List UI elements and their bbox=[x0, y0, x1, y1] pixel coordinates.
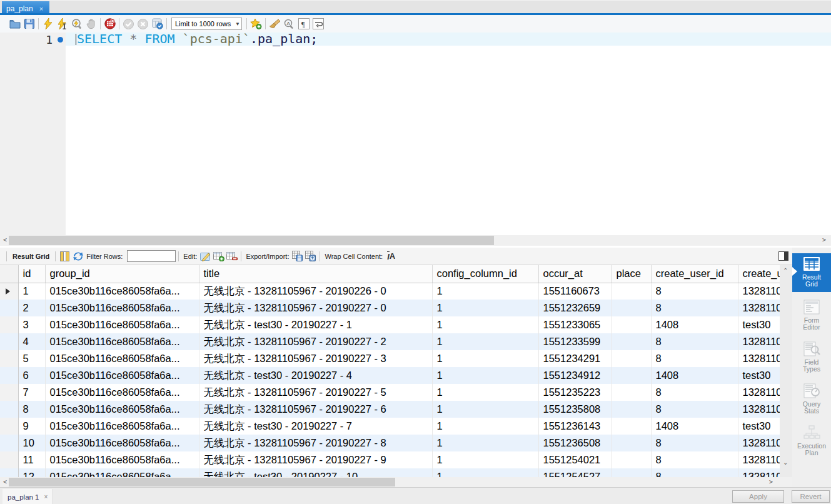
cell-title[interactable]: 无线北京 - 13281105967 - 20190227 - 5 bbox=[199, 384, 432, 401]
grid-scroll-right-icon[interactable]: > bbox=[769, 478, 773, 485]
row-gutter[interactable] bbox=[0, 283, 18, 300]
cell-occur_at[interactable]: 1551235808 bbox=[538, 401, 612, 418]
cell-config_column_id[interactable]: 1 bbox=[432, 401, 538, 418]
column-header-id[interactable]: id bbox=[18, 265, 45, 283]
cell-place[interactable] bbox=[612, 384, 651, 401]
table-row[interactable]: 10015ce30b116ce86058fa6a...无线北京 - 132811… bbox=[0, 435, 780, 451]
beautify-icon[interactable] bbox=[268, 16, 282, 31]
table-row[interactable]: 7015ce30b116ce86058fa6a...无线北京 - 1328110… bbox=[0, 384, 780, 401]
import-icon[interactable] bbox=[304, 249, 317, 263]
find-icon[interactable]: A bbox=[282, 16, 296, 31]
sidebar-item-form-editor[interactable]: FormEditor bbox=[792, 292, 831, 334]
cell-config_column_id[interactable]: 1 bbox=[432, 350, 538, 367]
cell-place[interactable] bbox=[612, 333, 651, 350]
cell-title[interactable]: 无线北京 - 13281105967 - 20190227 - 0 bbox=[199, 300, 432, 316]
cell-create_user[interactable]: test30 bbox=[738, 367, 780, 384]
export-icon[interactable] bbox=[291, 249, 304, 263]
result-tab-pa-plan-1[interactable]: pa_plan 1 × bbox=[3, 489, 53, 504]
cell-create_user_id[interactable]: 8 bbox=[651, 384, 738, 401]
row-gutter[interactable] bbox=[0, 418, 18, 435]
cell-occur_at[interactable]: 1551235223 bbox=[538, 384, 612, 401]
row-gutter[interactable] bbox=[0, 300, 18, 316]
cell-title[interactable]: 无线北京 - 13281105967 - 20190226 - 0 bbox=[199, 283, 432, 300]
scroll-left-icon[interactable]: < bbox=[3, 236, 7, 243]
limit-rows-dropdown[interactable]: Limit to 1000 rows ▼ bbox=[171, 18, 242, 30]
cell-occur_at[interactable]: 1551234912 bbox=[538, 367, 612, 384]
cell-group_id[interactable]: 015ce30b116ce86058fa6a... bbox=[45, 384, 199, 401]
row-gutter[interactable] bbox=[0, 468, 18, 477]
cell-group_id[interactable]: 015ce30b116ce86058fa6a... bbox=[45, 451, 199, 468]
table-row[interactable]: 4015ce30b116ce86058fa6a...无线北京 - 1328110… bbox=[0, 333, 780, 350]
stop-on-error-icon[interactable] bbox=[103, 16, 117, 31]
cell-group_id[interactable]: 015ce30b116ce86058fa6a... bbox=[45, 350, 199, 367]
row-gutter[interactable] bbox=[0, 350, 18, 367]
sidebar-item-query-stats[interactable]: QueryStats bbox=[792, 376, 831, 418]
apply-button[interactable]: Apply bbox=[732, 490, 784, 503]
table-row[interactable]: 12015ce30b116ce86058fa6a...无线北京 - test30… bbox=[0, 468, 780, 477]
row-gutter[interactable] bbox=[0, 367, 18, 384]
refresh-icon[interactable] bbox=[71, 249, 84, 263]
cell-create_user[interactable]: 13281105967 bbox=[738, 401, 780, 418]
cell-occur_at[interactable]: 1551233599 bbox=[538, 333, 612, 350]
edit-record-icon[interactable] bbox=[199, 249, 212, 263]
cell-config_column_id[interactable]: 1 bbox=[432, 367, 538, 384]
cell-config_column_id[interactable]: 1 bbox=[432, 333, 538, 350]
cell-occur_at[interactable]: 1551236508 bbox=[538, 435, 612, 451]
scroll-down-icon[interactable]: ⌄ bbox=[783, 459, 788, 466]
cell-group_id[interactable]: 015ce30b116ce86058fa6a... bbox=[45, 435, 199, 451]
cell-occur_at[interactable]: 1551254527 bbox=[538, 468, 612, 477]
cell-title[interactable]: 无线北京 - test30 - 20190227 - 4 bbox=[199, 367, 432, 384]
invisible-chars-icon[interactable]: ¶ bbox=[296, 16, 311, 31]
table-row[interactable]: 9015ce30b116ce86058fa6a...无线北京 - test30 … bbox=[0, 418, 780, 435]
row-gutter[interactable] bbox=[0, 333, 18, 350]
row-gutter[interactable] bbox=[0, 451, 18, 468]
execute-icon[interactable] bbox=[41, 16, 55, 31]
autocommit-icon[interactable] bbox=[150, 16, 164, 31]
cell-id[interactable]: 6 bbox=[18, 367, 45, 384]
cell-config_column_id[interactable]: 1 bbox=[432, 316, 538, 333]
cell-create_user_id[interactable]: 8 bbox=[651, 401, 738, 418]
cell-occur_at[interactable]: 1551236143 bbox=[538, 418, 612, 435]
explain-icon[interactable] bbox=[69, 16, 84, 31]
save-icon[interactable] bbox=[22, 16, 36, 31]
cell-create_user[interactable]: 13281105967 bbox=[738, 333, 780, 350]
table-row[interactable]: 5015ce30b116ce86058fa6a...无线北京 - 1328110… bbox=[0, 350, 780, 367]
scroll-right-icon[interactable]: > bbox=[822, 236, 826, 243]
row-gutter[interactable] bbox=[0, 435, 18, 451]
cell-create_user[interactable]: 13281105967 bbox=[738, 300, 780, 316]
cell-create_user_id[interactable]: 8 bbox=[651, 283, 738, 300]
delete-row-icon[interactable] bbox=[225, 249, 238, 263]
add-row-icon[interactable] bbox=[212, 249, 225, 263]
cell-title[interactable]: 无线北京 - 13281105967 - 20190227 - 3 bbox=[199, 350, 432, 367]
cell-group_id[interactable]: 015ce30b116ce86058fa6a... bbox=[45, 468, 199, 477]
cell-id[interactable]: 9 bbox=[18, 418, 45, 435]
cell-title[interactable]: 无线北京 - 13281105967 - 20190227 - 2 bbox=[199, 333, 432, 350]
cell-place[interactable] bbox=[612, 451, 651, 468]
close-icon[interactable]: × bbox=[44, 493, 48, 500]
grid-hscrollbar[interactable]: < > bbox=[0, 477, 780, 487]
cell-create_user[interactable]: 13281105967 bbox=[738, 451, 780, 468]
column-header-create_user[interactable]: create_user bbox=[738, 265, 780, 283]
cell-create_user_id[interactable]: 8 bbox=[651, 300, 738, 316]
cell-group_id[interactable]: 015ce30b116ce86058fa6a... bbox=[45, 316, 199, 333]
cell-occur_at[interactable]: 1551160673 bbox=[538, 283, 612, 300]
cell-id[interactable]: 3 bbox=[18, 316, 45, 333]
sidebar-item-execution-plan[interactable]: ExecutionPlan bbox=[792, 418, 831, 460]
cell-title[interactable]: 无线北京 - test30 - 20190227 - 1 bbox=[199, 316, 432, 333]
column-header-create_user_id[interactable]: create_user_id bbox=[651, 265, 738, 283]
cell-occur_at[interactable]: 1551232659 bbox=[538, 300, 612, 316]
cell-id[interactable]: 1 bbox=[18, 283, 45, 300]
cell-occur_at[interactable]: 1551254021 bbox=[538, 451, 612, 468]
cell-occur_at[interactable]: 1551233065 bbox=[538, 316, 612, 333]
cell-title[interactable]: 无线北京 - 13281105967 - 20190227 - 8 bbox=[199, 435, 432, 451]
cell-id[interactable]: 11 bbox=[18, 451, 45, 468]
cell-title[interactable]: 无线北京 - 13281105967 - 20190227 - 6 bbox=[199, 401, 432, 418]
cell-create_user[interactable]: 13281105967 bbox=[738, 468, 780, 477]
revert-button[interactable]: Revert bbox=[792, 490, 830, 503]
row-gutter[interactable] bbox=[0, 384, 18, 401]
cell-place[interactable] bbox=[612, 300, 651, 316]
cell-create_user[interactable]: 13281105967 bbox=[738, 384, 780, 401]
cell-create_user_id[interactable]: 1408 bbox=[651, 367, 738, 384]
wrap-cell-icon[interactable]: IA bbox=[385, 249, 398, 263]
cell-config_column_id[interactable]: 1 bbox=[432, 451, 538, 468]
